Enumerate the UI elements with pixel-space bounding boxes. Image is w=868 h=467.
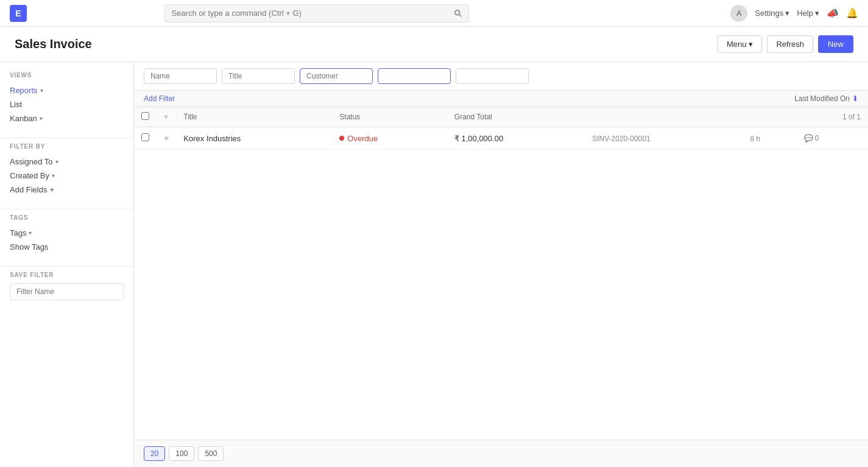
filter-title-field[interactable] [222, 68, 295, 84]
page-actions: Menu ▾ Refresh New [718, 35, 853, 53]
filter-bar: Wayne Corp [134, 62, 868, 91]
row-comments-cell: 💬 0 [797, 127, 868, 150]
last-modified-sort[interactable]: Last Modified On ⬇ [794, 94, 858, 103]
kanban-chevron-icon: ▾ [40, 115, 43, 122]
add-fields-plus-icon: + [49, 185, 54, 194]
row-checkbox[interactable] [141, 133, 149, 141]
app-logo[interactable]: E [10, 5, 27, 22]
settings-button[interactable]: Settings ▾ [755, 9, 789, 18]
heart-header-icon: ♥ [164, 113, 168, 121]
row-status-cell: Overdue [332, 127, 447, 150]
table-wrapper: ♥ Title Status Grand Total 1 of 1 [134, 107, 868, 440]
time-col-header [743, 107, 796, 127]
sidebar-item-show-tags[interactable]: Show Tags [10, 240, 124, 254]
row-time-cell: 8 h [743, 127, 796, 150]
views-label: VIEWS [10, 72, 124, 79]
reports-chevron-icon: ▾ [40, 87, 43, 94]
svg-line-1 [459, 14, 462, 16]
pagination-row: 20 100 500 [134, 440, 868, 467]
row-grand-total-cell: ₹ 1,00,000.00 [447, 127, 585, 150]
row-time-ago: 8 h [750, 135, 760, 143]
svg-point-0 [455, 10, 460, 15]
status-col-header: Status [332, 107, 447, 127]
tags-section: TAGS Tags ▾ Show Tags [0, 214, 133, 254]
record-id-col-header [585, 107, 743, 127]
row-checkbox-cell [134, 127, 157, 150]
sidebar-divider-1 [0, 138, 133, 138]
tags-chevron-icon: ▾ [29, 230, 32, 236]
topnav: E A Settings ▾ Help ▾ 📣 🔔 [0, 0, 868, 27]
topnav-right: A Settings ▾ Help ▾ 📣 🔔 [730, 5, 858, 22]
page-size-100[interactable]: 100 [169, 446, 194, 461]
new-button[interactable]: New [818, 35, 853, 53]
row-grand-total: ₹ 1,00,000.00 [454, 134, 503, 143]
filter-by-label: FILTER BY [10, 143, 124, 150]
page-header: Sales Invoice Menu ▾ Refresh New [0, 27, 868, 62]
comment-icon: 💬 [804, 134, 813, 142]
row-comment-count: 💬 0 [804, 134, 861, 142]
save-filter-section: SAVE FILTER [0, 272, 133, 300]
views-section: VIEWS Reports ▾ List Kanban ▾ [0, 72, 133, 125]
fav-col-header: ♥ [157, 107, 176, 127]
filter-name-field[interactable] [144, 68, 217, 84]
sidebar-item-reports[interactable]: Reports ▾ [10, 83, 124, 97]
results-count: 1 of 1 [842, 113, 861, 121]
sidebar-item-kanban[interactable]: Kanban ▾ [10, 111, 124, 125]
select-all-col [134, 107, 157, 127]
filter-customer-value-field[interactable]: Wayne Corp [378, 68, 451, 84]
help-button[interactable]: Help ▾ [797, 9, 819, 18]
filter-customer-field[interactable] [300, 68, 373, 84]
page-size-500[interactable]: 500 [198, 446, 224, 461]
row-record-id: SINV-2020-00001 [592, 135, 650, 143]
grand-total-col-header: Grand Total [447, 107, 585, 127]
add-filter-button[interactable]: Add Filter [144, 94, 175, 103]
table-row[interactable]: ♥ Korex Industries Overdue [134, 127, 868, 150]
settings-chevron-icon: ▾ [785, 9, 789, 18]
comments-col-header: 1 of 1 [797, 107, 868, 127]
page-title: Sales Invoice [15, 37, 92, 51]
tags-section-label: TAGS [10, 214, 124, 221]
megaphone-icon[interactable]: 📣 [827, 7, 839, 19]
row-title[interactable]: Korex Industries [183, 134, 241, 143]
filter-by-section: FILTER BY Assigned To ▾ Created By ▾ Add… [0, 143, 133, 197]
search-bar[interactable] [164, 4, 469, 23]
sidebar-item-add-fields[interactable]: Add Fields + [10, 183, 124, 197]
page-size-20[interactable]: 20 [144, 446, 165, 461]
assigned-to-chevron-icon: ▾ [55, 158, 58, 165]
table-header-row: ♥ Title Status Grand Total 1 of 1 [134, 107, 868, 127]
row-fav-cell: ♥ [157, 127, 176, 150]
filter-extra-field[interactable] [456, 68, 529, 84]
row-record-id-cell: SINV-2020-00001 [585, 127, 743, 150]
sidebar-divider-3 [0, 266, 133, 267]
title-col-header: Title [176, 107, 332, 127]
menu-chevron-icon: ▾ [749, 40, 753, 49]
sidebar-divider-2 [0, 209, 133, 209]
refresh-button[interactable]: Refresh [767, 35, 813, 53]
created-by-chevron-icon: ▾ [52, 172, 55, 179]
status-badge: Overdue [339, 134, 440, 143]
help-chevron-icon: ▾ [815, 9, 819, 18]
table-body: ♥ Korex Industries Overdue [134, 127, 868, 150]
bell-icon[interactable]: 🔔 [846, 7, 858, 19]
sort-arrow-icon: ⬇ [852, 94, 858, 103]
sidebar-item-created-by[interactable]: Created By ▾ [10, 169, 124, 183]
status-dot-icon [339, 136, 344, 141]
content-area: VIEWS Reports ▾ List Kanban ▾ FILTER BY … [0, 62, 868, 467]
sidebar-item-assigned-to[interactable]: Assigned To ▾ [10, 155, 124, 169]
invoices-table: ♥ Title Status Grand Total 1 of 1 [134, 107, 868, 150]
list-area: Wayne Corp Add Filter Last Modified On ⬇ [134, 62, 868, 467]
sidebar-item-tags[interactable]: Tags ▾ [10, 226, 124, 240]
menu-button[interactable]: Menu ▾ [718, 35, 763, 53]
avatar[interactable]: A [730, 5, 747, 22]
row-heart-icon[interactable]: ♥ [164, 133, 169, 143]
sidebar: VIEWS Reports ▾ List Kanban ▾ FILTER BY … [0, 62, 134, 467]
search-input[interactable] [171, 9, 454, 18]
filter-actions-row: Add Filter Last Modified On ⬇ [134, 91, 868, 107]
main-wrapper: Sales Invoice Menu ▾ Refresh New VIEWS R… [0, 27, 868, 467]
search-icon [454, 9, 462, 18]
row-title-cell: Korex Industries [176, 127, 332, 150]
select-all-checkbox[interactable] [141, 112, 149, 120]
save-filter-label: SAVE FILTER [10, 272, 124, 278]
filter-name-input[interactable] [10, 283, 124, 300]
sidebar-item-list[interactable]: List [10, 97, 124, 111]
